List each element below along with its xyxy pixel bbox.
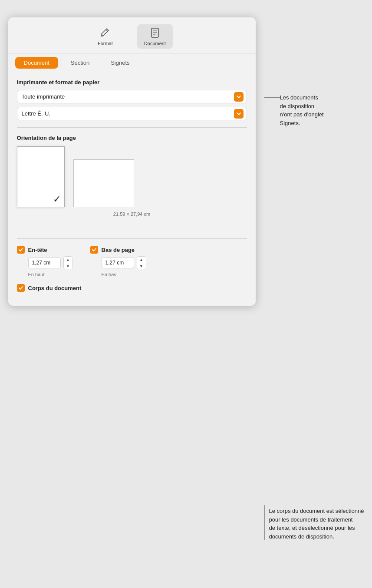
toolbar: Format Document bbox=[8, 17, 256, 53]
orientation-portrait[interactable]: ✓ bbox=[17, 146, 65, 207]
printer-select-wrapper: Toute imprimante Autre imprimante bbox=[17, 90, 247, 103]
printer-select[interactable]: Toute imprimante Autre imprimante bbox=[17, 90, 247, 103]
body-label: Corps du document bbox=[28, 285, 82, 291]
header-label: En-tête bbox=[28, 247, 47, 253]
tabs: Document Section Signets bbox=[8, 53, 256, 69]
footer-input[interactable] bbox=[102, 257, 134, 268]
footer-increment[interactable]: ▲ bbox=[137, 257, 146, 263]
document-label: Document bbox=[144, 41, 166, 46]
body-annotation: Le corps du document est sélectionné pou… bbox=[264, 505, 364, 541]
panel: Format Document Document Section bbox=[8, 17, 256, 306]
portrait-checkmark: ✓ bbox=[49, 192, 64, 207]
footer-stepper-row: ▲ ▼ bbox=[102, 256, 146, 269]
footer-label-row: Bas de page bbox=[90, 246, 146, 254]
format-label: Format bbox=[98, 41, 113, 46]
header-checkbox[interactable] bbox=[17, 246, 25, 254]
divider-1 bbox=[17, 127, 247, 128]
divider-2 bbox=[17, 238, 247, 239]
footer-item: Bas de page ▲ ▼ En bas bbox=[90, 246, 146, 277]
orientation-size: 21,59 × 27,94 cm bbox=[17, 211, 247, 217]
header-stepper-buttons: ▲ ▼ bbox=[63, 256, 73, 269]
header-footer-row: En-tête ▲ ▼ En haut bbox=[17, 246, 247, 277]
footer-stepper-buttons: ▲ ▼ bbox=[137, 256, 146, 269]
printer-section-label: Imprimante et format de papier bbox=[17, 79, 247, 86]
body-annotation-text: Le corps du document est sélectionné pou… bbox=[269, 507, 364, 541]
format-button[interactable]: Format bbox=[91, 24, 120, 49]
footer-checkbox[interactable] bbox=[90, 246, 98, 254]
body-annotation-line-wrap bbox=[264, 505, 265, 540]
orientation-landscape[interactable] bbox=[73, 159, 134, 207]
body-row: Corps du document bbox=[17, 284, 247, 297]
tab-divider-2 bbox=[100, 59, 100, 66]
orientation-label: Orientation de la page bbox=[17, 135, 247, 141]
document-button[interactable]: Document bbox=[137, 24, 173, 49]
footer-sublabel: En bas bbox=[102, 272, 146, 277]
header-label-row: En-tête bbox=[17, 246, 73, 254]
footer-label: Bas de page bbox=[102, 247, 135, 253]
annotations-area: Les documents de disposition n'ont pas d… bbox=[264, 17, 364, 541]
annotation-line-h bbox=[264, 97, 280, 98]
format-icon bbox=[99, 27, 111, 39]
header-sublabel: En haut bbox=[28, 272, 73, 277]
content-area: Imprimante et format de papier Toute imp… bbox=[8, 69, 256, 306]
tab-divider-1 bbox=[60, 59, 60, 66]
tab-bookmarks[interactable]: Signets bbox=[102, 57, 138, 69]
header-stepper-row: ▲ ▼ bbox=[28, 256, 73, 269]
document-icon bbox=[149, 27, 161, 39]
body-annotation-line-v bbox=[264, 505, 265, 540]
header-increment[interactable]: ▲ bbox=[64, 257, 72, 263]
landscape-page bbox=[73, 159, 134, 207]
orientation-options: ✓ bbox=[17, 146, 247, 207]
footer-decrement[interactable]: ▼ bbox=[137, 263, 146, 269]
header-input[interactable] bbox=[28, 257, 61, 268]
tab-section[interactable]: Section bbox=[62, 57, 98, 69]
header-item: En-tête ▲ ▼ En haut bbox=[17, 246, 73, 277]
bookmarks-annotation-text: Les documents de disposition n'ont pas d… bbox=[280, 93, 324, 127]
tab-document[interactable]: Document bbox=[15, 57, 58, 69]
header-decrement[interactable]: ▼ bbox=[64, 263, 72, 269]
body-checkbox[interactable] bbox=[17, 284, 25, 292]
bookmarks-annotation: Les documents de disposition n'ont pas d… bbox=[264, 93, 364, 127]
paper-select[interactable]: Lettre É.-U. A4 A3 bbox=[17, 107, 247, 120]
portrait-page: ✓ bbox=[17, 146, 65, 207]
paper-select-wrapper: Lettre É.-U. A4 A3 bbox=[17, 107, 247, 120]
